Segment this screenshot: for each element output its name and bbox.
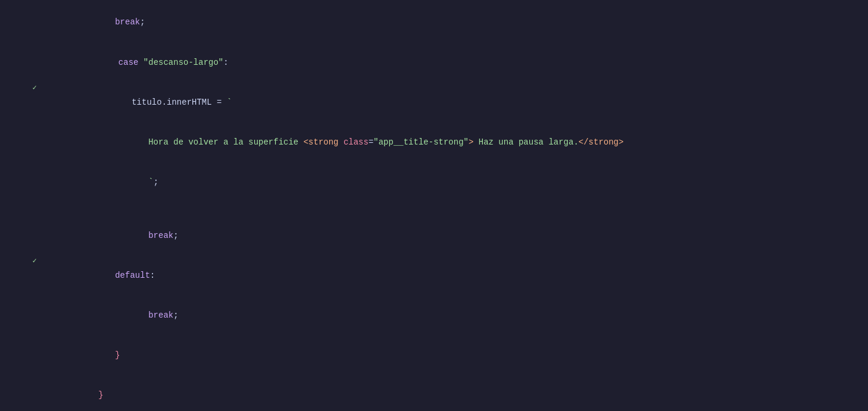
line-number: [0, 82, 30, 83]
check-mark: [30, 296, 39, 296]
line-content: }: [39, 375, 868, 411]
code-line-4: Hora de volver a la superficie <strong c…: [0, 123, 868, 162]
code-editor: break; case "descanso-largo": ✓ titulo.i…: [0, 0, 868, 411]
line-number: [0, 42, 30, 43]
check-mark: [30, 2, 39, 3]
check-mark: [30, 202, 39, 203]
line-number: [0, 296, 30, 296]
line-number: [0, 123, 30, 123]
check-mark: ✓: [30, 255, 39, 267]
code-line-3: ✓ titulo.innerHTML = `: [0, 82, 868, 122]
line-content: break;: [39, 2, 868, 42]
line-number: [0, 335, 30, 336]
line-content: break;: [39, 215, 868, 255]
line-content: case "descanso-largo":: [39, 42, 868, 82]
check-mark: [30, 42, 39, 43]
code-line-2: case "descanso-largo":: [0, 42, 868, 82]
code-line-1: break;: [0, 2, 868, 42]
code-line-6: break;: [0, 215, 868, 255]
line-number: [0, 162, 30, 163]
code-line-10: }: [0, 375, 868, 411]
code-line-8: break;: [0, 296, 868, 335]
line-content: titulo.innerHTML = `: [39, 82, 868, 122]
check-mark: ✓: [30, 82, 39, 94]
check-mark: [30, 123, 39, 123]
line-content: break;: [39, 296, 868, 335]
code-line-empty-1: [0, 202, 868, 215]
line-number: [0, 255, 30, 256]
line-number: [0, 2, 30, 3]
code-line-9: }: [0, 335, 868, 375]
check-mark: [30, 162, 39, 163]
line-content: Hora de volver a la superficie <strong c…: [39, 123, 868, 162]
check-mark: [30, 335, 39, 336]
line-number: [0, 202, 30, 203]
code-lines: break; case "descanso-largo": ✓ titulo.i…: [0, 0, 868, 411]
line-number: [0, 375, 30, 376]
check-mark: [30, 215, 39, 216]
line-number: [0, 215, 30, 216]
code-line-5: `;: [0, 162, 868, 202]
line-content: default:: [39, 255, 868, 295]
code-line-7: ✓ default:: [0, 255, 868, 295]
check-mark: [30, 375, 39, 376]
line-content: }: [39, 335, 868, 375]
line-content: `;: [39, 162, 868, 202]
